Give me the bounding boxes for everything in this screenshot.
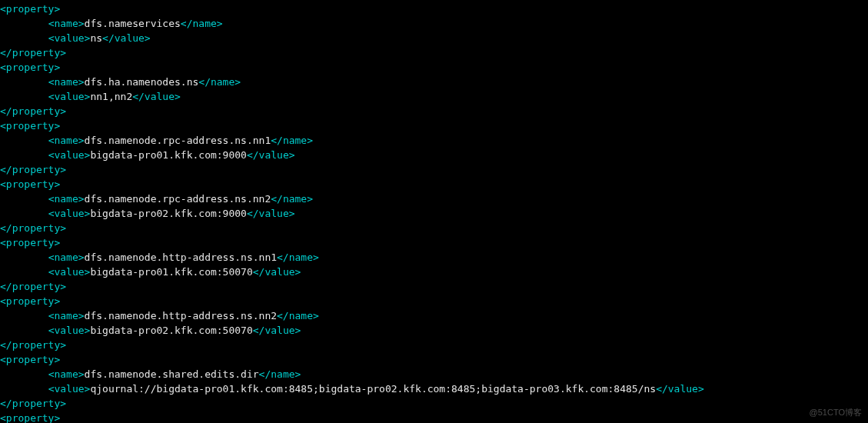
xml-open-tag: <property> [0, 178, 60, 190]
xml-open-tag: <name> [48, 368, 85, 380]
xml-close-tag: </property> [0, 222, 66, 234]
xml-close-tag: </property> [0, 339, 66, 351]
xml-close-tag: </name> [259, 368, 301, 380]
xml-text: dfs.namenode.rpc-address.ns.nn2 [85, 193, 271, 205]
xml-close-tag: </property> [0, 164, 66, 175]
xml-text: dfs.namenode.shared.edits.dir [85, 368, 259, 380]
xml-text: dfs.namenode.http-address.ns.nn2 [85, 310, 277, 321]
xml-open-tag: <property> [0, 295, 60, 307]
xml-text: dfs.namenode.rpc-address.ns.nn1 [85, 135, 271, 146]
xml-close-tag: </name> [277, 251, 319, 263]
xml-close-tag: </property> [0, 47, 66, 58]
xml-close-tag: </property> [0, 105, 66, 117]
xml-close-tag: </name> [271, 193, 313, 205]
xml-close-tag: </value> [253, 266, 301, 278]
xml-close-tag: </name> [271, 135, 313, 146]
xml-open-tag: <value> [48, 149, 91, 161]
xml-open-tag: <value> [48, 91, 91, 102]
xml-text: dfs.namenode.http-address.ns.nn1 [85, 251, 277, 263]
xml-open-tag: <name> [48, 76, 85, 88]
xml-close-tag: </name> [181, 18, 223, 29]
xml-text: nn1,nn2 [90, 91, 132, 102]
xml-open-tag: <value> [48, 266, 91, 278]
xml-open-tag: <value> [48, 208, 91, 219]
xml-open-tag: <property> [0, 354, 60, 365]
xml-open-tag: <property> [0, 3, 60, 15]
xml-text: bigdata-pro02.kfk.com:50070 [90, 325, 252, 336]
xml-text: bigdata-pro02.kfk.com:9000 [90, 208, 247, 219]
xml-open-tag: <name> [48, 18, 85, 29]
xml-open-tag: <value> [48, 383, 91, 395]
xml-close-tag: </value> [253, 325, 301, 336]
xml-text: qjournal://bigdata-pro01.kfk.com:8485;bi… [90, 383, 656, 395]
xml-close-tag: </name> [277, 310, 319, 321]
xml-close-tag: </name> [198, 76, 241, 88]
xml-open-tag: <property> [0, 120, 60, 132]
xml-text: bigdata-pro01.kfk.com:50070 [90, 266, 252, 278]
xml-close-tag: </value> [247, 208, 295, 219]
xml-close-tag: </value> [132, 91, 181, 102]
xml-open-tag: <property> [0, 412, 60, 423]
xml-text: dfs.nameservices [85, 18, 181, 29]
xml-open-tag: <name> [48, 135, 85, 146]
xml-text: bigdata-pro01.kfk.com:9000 [90, 149, 247, 161]
xml-open-tag: <value> [48, 325, 91, 336]
xml-open-tag: <property> [0, 62, 60, 73]
xml-text: ns [90, 32, 102, 44]
xml-close-tag: </property> [0, 398, 66, 409]
xml-close-tag: </value> [247, 149, 295, 161]
xml-open-tag: <value> [48, 32, 91, 44]
xml-close-tag: </property> [0, 281, 66, 292]
xml-close-tag: </value> [656, 383, 704, 395]
xml-open-tag: <name> [48, 193, 85, 205]
xml-open-tag: <name> [48, 251, 85, 263]
xml-text: dfs.ha.namenodes.ns [85, 76, 199, 88]
xml-open-tag: <property> [0, 237, 60, 248]
xml-code-block: <property> <name>dfs.nameservices</name>… [0, 0, 868, 423]
xml-close-tag: </value> [102, 32, 151, 44]
xml-open-tag: <name> [48, 310, 85, 321]
